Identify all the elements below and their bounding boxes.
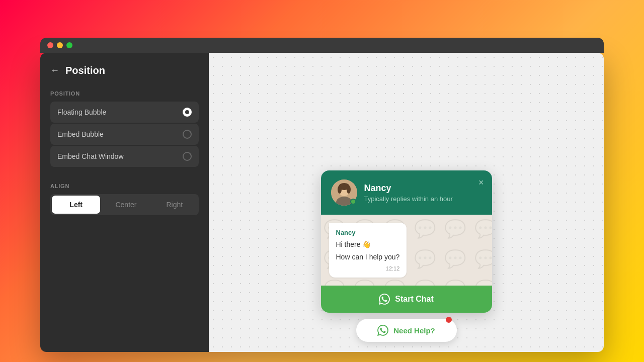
message-time: 12:12: [336, 265, 400, 272]
avatar-container: [331, 179, 357, 206]
embed-bubble-radio[interactable]: [183, 130, 192, 139]
option-embed-bubble[interactable]: Embed Bubble: [50, 124, 199, 145]
option-floating-bubble[interactable]: Floating Bubble: [50, 102, 199, 123]
notification-dot: [446, 317, 452, 323]
panel-header: ← Position: [50, 63, 199, 76]
message-sender: Nancy: [336, 229, 400, 236]
agent-name: Nancy: [364, 183, 482, 194]
message-bubble: Nancy Hi there 👋 How can I help you? 12:…: [329, 223, 407, 278]
chat-close-button[interactable]: ×: [478, 177, 484, 188]
chat-header: Nancy Typically replies within an hour ×: [321, 170, 492, 215]
chat-card: Nancy Typically replies within an hour ×…: [321, 170, 492, 313]
floating-bubble-radio[interactable]: [183, 108, 192, 117]
position-options-group: Floating Bubble Embed Bubble Embed Chat …: [50, 102, 199, 167]
maximize-traffic-light[interactable]: [66, 42, 72, 48]
chat-widget: Nancy Typically replies within an hour ×…: [321, 170, 492, 342]
preview-panel: Center Right: [209, 53, 604, 352]
need-help-label: Need Help?: [393, 326, 435, 335]
whatsapp-icon: [379, 294, 390, 305]
window-titlebar: [40, 38, 604, 53]
position-section-label: POSITION: [50, 90, 199, 97]
embed-chat-window-radio[interactable]: [183, 152, 192, 161]
start-chat-label: Start Chat: [395, 295, 433, 304]
embed-chat-window-label: Embed Chat Window: [57, 152, 124, 160]
back-button[interactable]: ←: [50, 65, 59, 76]
align-left-button[interactable]: Left: [52, 196, 100, 214]
svg-point-4: [338, 186, 342, 194]
minimize-traffic-light[interactable]: [57, 42, 63, 48]
left-panel: ← Position POSITION Floating Bubble Embe…: [40, 53, 209, 352]
chat-body: Nancy Hi there 👋 How can I help you? 12:…: [321, 215, 492, 286]
main-window: ← Position POSITION Floating Bubble Embe…: [40, 53, 604, 352]
message-text-line2: How can I help you?: [336, 252, 400, 262]
panel-title: Position: [65, 65, 105, 76]
start-chat-button[interactable]: Start Chat: [321, 286, 492, 313]
close-traffic-light[interactable]: [47, 42, 53, 48]
online-indicator: [350, 199, 356, 205]
embed-bubble-label: Embed Bubble: [57, 130, 104, 138]
message-text-line1: Hi there 👋: [336, 239, 400, 250]
svg-point-5: [347, 186, 351, 194]
need-help-bubble[interactable]: Need Help?: [356, 319, 457, 342]
align-section: ALIGN Left Center Right: [50, 183, 199, 215]
align-section-label: ALIGN: [50, 183, 199, 189]
align-buttons-group: Left Center Right: [50, 194, 199, 215]
option-embed-chat-window[interactable]: Embed Chat Window: [50, 146, 199, 167]
align-right-button[interactable]: Right: [150, 194, 199, 215]
align-center-button[interactable]: Center: [102, 194, 150, 215]
floating-bubble-label: Floating Bubble: [57, 108, 106, 116]
need-help-whatsapp-icon: [377, 325, 388, 336]
agent-status: Typically replies within an hour: [364, 195, 482, 203]
agent-info: Nancy Typically replies within an hour: [364, 183, 482, 203]
